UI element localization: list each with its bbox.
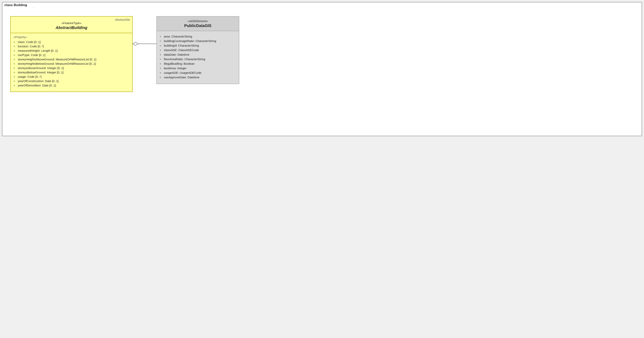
property-text: yearOfDemolition: Date [0..1]	[18, 84, 56, 87]
connector-svg	[133, 40, 156, 48]
property-plus: +	[14, 75, 18, 78]
property-row: +yearOfConstruction: Date [0..1]	[14, 79, 130, 83]
abstract-site-label: AbstractSite	[115, 18, 130, 21]
property-text: storeyHeightsAboveGround: MeasureOrNilRe…	[18, 58, 96, 61]
property-row: +usage: Code [0..*]	[14, 75, 130, 78]
ade-property-text: floorAreaRatio: CharacterString	[164, 57, 205, 61]
ade-property-plus: +	[160, 71, 164, 74]
property-plus: +	[14, 84, 18, 87]
property-plus: +	[14, 45, 18, 48]
ade-property-text: buildingId: CharacterString	[164, 44, 199, 47]
property-row: +roofType: Code [0..1]	[14, 53, 130, 57]
property-row: +storeyHeightsBelowGround: MeasureOrNilR…	[14, 62, 130, 65]
ade-property-row: +buildingCoverageRatio: CharacterString	[160, 39, 236, 43]
diagram-frame: class Building AbstractSite «FeatureType…	[2, 2, 642, 136]
svg-marker-1	[133, 42, 138, 45]
property-plus: +	[14, 71, 18, 74]
ade-stereotype: «ADEElement»	[159, 19, 237, 23]
property-text: storeysBelowGround: Integer [0..1]	[18, 71, 64, 74]
abstract-building-body: «Property» +class: Code [0..1]+function:…	[11, 33, 132, 91]
ade-property-row: +landArea: Integer	[160, 66, 236, 70]
property-row: +class: Code [0..1]	[14, 40, 130, 44]
property-row: +storeyHeightsAboveGround: MeasureOrNilR…	[14, 58, 130, 61]
connector-area	[133, 40, 156, 48]
property-plus: +	[14, 58, 18, 61]
abstract-building-box: AbstractSite «FeatureType» AbstractBuild…	[10, 16, 133, 92]
ade-property-plus: +	[160, 44, 164, 47]
property-text: storeysAboveGround: Integer [0..1]	[18, 66, 64, 70]
abstract-building-classname: AbstractBuilding	[13, 25, 130, 30]
ade-property-text: classADE: ClassADECode	[164, 48, 199, 52]
ade-property-plus: +	[160, 53, 164, 56]
ade-property-text: usageADE: UsageADECode	[164, 71, 201, 74]
property-text: usage: Code [0..*]	[18, 75, 42, 78]
ade-property-plus: +	[160, 62, 164, 65]
public-data-header: «ADEElement» PublicDataGIS	[157, 16, 239, 31]
ade-property-row: +dataDate: Datetime	[160, 53, 236, 56]
ade-property-plus: +	[160, 66, 164, 70]
ade-property-row: +classADE: ClassADECode	[160, 48, 236, 52]
property-stereotype: «Property»	[14, 35, 130, 39]
property-text: storeyHeightsBelowGround: MeasureOrNilRe…	[18, 62, 96, 65]
property-plus: +	[14, 53, 18, 57]
ade-property-plus: +	[160, 57, 164, 61]
property-plus: +	[14, 66, 18, 70]
ade-property-row: +useApproveDate: Datetime	[160, 76, 236, 79]
abstract-building-properties: +class: Code [0..1]+function: Code [0..*…	[14, 40, 130, 87]
ade-property-text: dataDate: Datetime	[164, 53, 189, 56]
public-data-classname: PublicDataGIS	[159, 23, 237, 28]
property-row: +measuredHeight: Length [0..1]	[14, 49, 130, 52]
ade-property-row: +illegalBuidling: Boolean	[160, 62, 236, 65]
property-row: +function: Code [0..*]	[14, 45, 130, 48]
property-plus: +	[14, 40, 18, 44]
abstract-building-header: AbstractSite «FeatureType» AbstractBuild…	[11, 16, 132, 33]
public-data-properties: +area: CharacterString+buildingCoverageR…	[160, 35, 236, 79]
property-text: yearOfConstruction: Date [0..1]	[18, 79, 59, 83]
property-plus: +	[14, 49, 18, 52]
ade-property-text: illegalBuidling: Boolean	[164, 62, 194, 65]
public-data-body: +area: CharacterString+buildingCoverageR…	[157, 31, 239, 84]
property-plus: +	[14, 62, 18, 65]
property-text: class: Code [0..1]	[18, 40, 41, 44]
property-text: roofType: Code [0..1]	[18, 53, 46, 57]
property-plus: +	[14, 79, 18, 83]
property-row: +storeysBelowGround: Integer [0..1]	[14, 71, 130, 74]
ade-property-plus: +	[160, 76, 164, 79]
feature-type-stereotype: «FeatureType»	[13, 21, 130, 25]
ade-property-plus: +	[160, 39, 164, 43]
ade-property-row: +usageADE: UsageADECode	[160, 71, 236, 74]
diagram-content: AbstractSite «FeatureType» AbstractBuild…	[2, 2, 642, 100]
ade-property-text: landArea: Integer	[164, 66, 186, 70]
ade-property-text: area: CharacterString	[164, 35, 192, 38]
property-row: +yearOfDemolition: Date [0..1]	[14, 84, 130, 87]
ade-property-row: +buildingId: CharacterString	[160, 44, 236, 47]
ade-property-plus: +	[160, 48, 164, 52]
ade-property-text: buildingCoverageRatio: CharacterString	[164, 39, 216, 43]
ade-property-plus: +	[160, 35, 164, 38]
property-row: +storeysAboveGround: Integer [0..1]	[14, 66, 130, 70]
ade-property-text: useApproveDate: Datetime	[164, 76, 200, 79]
property-text: function: Code [0..*]	[18, 45, 44, 48]
property-text: measuredHeight: Length [0..1]	[18, 49, 58, 52]
ade-property-row: +area: CharacterString	[160, 35, 236, 38]
ade-property-row: +floorAreaRatio: CharacterString	[160, 57, 236, 61]
public-data-box: «ADEElement» PublicDataGIS +area: Charac…	[156, 16, 239, 84]
